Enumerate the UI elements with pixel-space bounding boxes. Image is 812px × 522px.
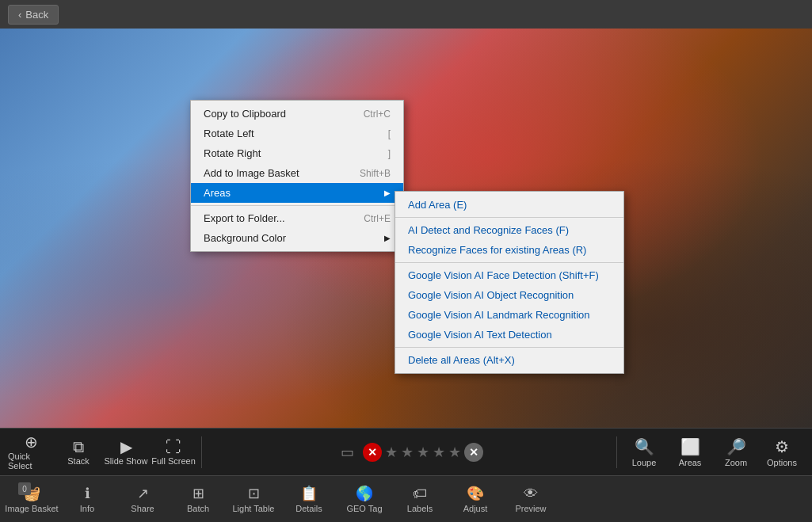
title-bar: ‹ Back <box>0 0 812 29</box>
menu-export-shortcut: Ctrl+E <box>364 213 391 224</box>
tab-preview[interactable]: 👁 Preview <box>503 478 558 520</box>
submenu-delete-areas[interactable]: Delete all Areas (Alt+X) <box>395 350 623 370</box>
submenu-gv-landmark-label: Google Vision AI Landmark Recognition <box>408 309 590 321</box>
clear-rating-button[interactable]: ✕ <box>464 443 483 462</box>
tab-info[interactable]: ℹ Info <box>59 478 115 520</box>
geo-tag-icon: 🌎 <box>356 485 373 502</box>
zoom-label: Zoom <box>725 458 747 467</box>
tab-labels[interactable]: 🏷 Labels <box>392 478 448 520</box>
tab-light-table[interactable]: ⊡ Light Table <box>226 478 281 520</box>
stack-label: Stack <box>67 456 90 466</box>
areas-label: Areas <box>679 458 702 467</box>
submenu-gv-landmark[interactable]: Google Vision AI Landmark Recognition <box>395 305 623 325</box>
details-label: Details <box>295 504 322 513</box>
loupe-label: Loupe <box>632 458 657 467</box>
menu-rotate-left[interactable]: Rotate Left [ <box>191 124 403 143</box>
slide-show-button[interactable]: ▶ Slide Show <box>103 432 149 473</box>
batch-icon: ⊞ <box>193 485 204 502</box>
toolbar-divider-1 <box>201 436 202 468</box>
batch-label: Batch <box>187 504 209 513</box>
star-1[interactable]: ★ <box>385 444 398 461</box>
tab-details[interactable]: 📋 Details <box>281 478 337 520</box>
options-button[interactable]: ⚙ Options <box>760 432 804 473</box>
menu-copy-clipboard[interactable]: Copy to Clipboard Ctrl+C <box>191 104 403 124</box>
star-2[interactable]: ★ <box>401 444 414 461</box>
quick-select-icon: ⊕ <box>25 434 38 450</box>
bottom-toolbar: ⊕ Quick Select ⧉ Stack ▶ Slide Show ⛶ Fu… <box>0 428 812 522</box>
full-screen-button[interactable]: ⛶ Full Screen <box>151 432 196 473</box>
menu-bg-color-label: Background Color <box>204 232 286 244</box>
menu-export-folder[interactable]: Export to Folder... Ctrl+E <box>191 208 403 228</box>
submenu-areas: Add Area (E) AI Detect and Recognize Fac… <box>395 191 624 374</box>
slide-show-label: Slide Show <box>104 456 147 466</box>
reject-button[interactable]: ✕ <box>363 443 382 462</box>
star-4[interactable]: ★ <box>433 444 445 461</box>
submenu-ai-detect[interactable]: AI Detect and Recognize Faces (F) <box>395 220 623 240</box>
back-button[interactable]: ‹ Back <box>8 5 59 25</box>
back-arrow-icon: ‹ <box>18 9 21 21</box>
areas-button[interactable]: ⬜ Areas <box>668 432 712 473</box>
full-screen-label: Full Screen <box>151 456 196 466</box>
adjust-label: Adjust <box>463 504 488 513</box>
tab-share[interactable]: ↗ Share <box>115 478 170 520</box>
share-label: Share <box>131 504 154 513</box>
basket-count: 0 <box>18 482 31 495</box>
submenu-sep-1 <box>395 217 623 218</box>
tab-batch[interactable]: ⊞ Batch <box>170 478 226 520</box>
submenu-gv-object[interactable]: Google Vision AI Object Recognition <box>395 285 623 305</box>
loupe-icon: 🔍 <box>635 437 654 456</box>
menu-rotate-right-shortcut: ] <box>388 148 391 159</box>
geo-tag-label: GEO Tag <box>346 504 382 513</box>
submenu-gv-text[interactable]: Google Vision AI Text Detection <box>395 325 623 345</box>
info-label: Info <box>80 504 94 513</box>
submenu-recognize-existing[interactable]: Recognize Faces for existing Areas (R) <box>395 240 623 260</box>
zoom-icon: 🔎 <box>726 437 746 456</box>
toolbar-top-row: ⊕ Quick Select ⧉ Stack ▶ Slide Show ⛶ Fu… <box>0 428 812 475</box>
context-menu: Copy to Clipboard Ctrl+C Rotate Left [ R… <box>190 100 404 252</box>
submenu-ai-detect-label: AI Detect and Recognize Faces (F) <box>408 224 569 236</box>
options-icon: ⚙ <box>775 437 789 456</box>
details-icon: 📋 <box>300 485 318 502</box>
image-area: jozzx.com Preview Copy to Clipboard Ctrl… <box>0 29 812 456</box>
toolbar-divider-2 <box>616 436 617 468</box>
submenu-recognize-existing-label: Recognize Faces for existing Areas (R) <box>408 244 586 256</box>
star-5[interactable]: ★ <box>448 444 461 461</box>
submenu-add-area-label: Add Area (E) <box>408 199 467 211</box>
image-basket-button[interactable]: 0 🧺 Image Basket <box>4 478 59 520</box>
loupe-button[interactable]: 🔍 Loupe <box>622 432 666 473</box>
menu-separator-1 <box>191 205 403 206</box>
submenu-gv-text-label: Google Vision AI Text Detection <box>408 329 552 341</box>
quick-select-label: Quick Select <box>8 452 54 471</box>
submenu-delete-areas-label: Delete all Areas (Alt+X) <box>408 354 515 366</box>
tab-geo-tag[interactable]: 🌎 GEO Tag <box>337 478 392 520</box>
rating-area: ▭ ✕ ★ ★ ★ ★ ★ ✕ <box>207 440 612 464</box>
menu-areas-arrow-icon: ▶ <box>384 189 391 197</box>
menu-rotate-right-label: Rotate Right <box>204 147 261 159</box>
menu-background-color[interactable]: Background Color ▶ <box>191 228 403 248</box>
tab-adjust[interactable]: 🎨 Adjust <box>448 478 503 520</box>
menu-copy-shortcut: Ctrl+C <box>364 109 391 120</box>
submenu-gv-face-label: Google Vision AI Face Detection (Shift+F… <box>408 269 599 281</box>
star-3[interactable]: ★ <box>417 444 429 461</box>
areas-icon: ⬜ <box>680 437 700 456</box>
light-table-label: Light Table <box>232 504 274 513</box>
menu-rotate-right[interactable]: Rotate Right ] <box>191 143 403 163</box>
submenu-add-area[interactable]: Add Area (E) <box>395 195 623 215</box>
adjust-icon: 🎨 <box>467 485 484 502</box>
full-screen-icon: ⛶ <box>166 439 181 455</box>
zoom-button[interactable]: 🔎 Zoom <box>714 432 758 473</box>
menu-areas[interactable]: Areas ▶ <box>191 183 403 203</box>
submenu-gv-face[interactable]: Google Vision AI Face Detection (Shift+F… <box>395 265 623 285</box>
quick-select-button[interactable]: ⊕ Quick Select <box>8 432 54 473</box>
light-table-icon: ⊡ <box>248 485 260 502</box>
labels-icon: 🏷 <box>413 486 427 502</box>
preview-icon: 👁 <box>524 486 538 502</box>
stack-button[interactable]: ⧉ Stack <box>55 432 101 473</box>
menu-add-basket[interactable]: Add to Image Basket Shift+B <box>191 163 403 183</box>
bookmark-button[interactable]: ▭ <box>336 440 360 464</box>
slide-show-icon: ▶ <box>120 439 132 455</box>
menu-rotate-left-shortcut: [ <box>388 128 391 139</box>
preview-label: Preview <box>515 504 546 513</box>
submenu-gv-object-label: Google Vision AI Object Recognition <box>408 289 574 301</box>
options-label: Options <box>767 458 797 467</box>
